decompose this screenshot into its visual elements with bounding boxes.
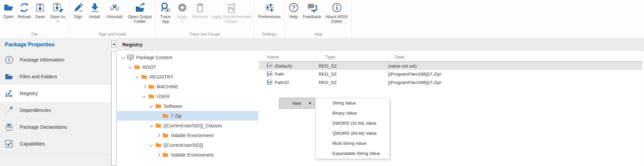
tree-item-volatile-environment[interactable]: Volatile Environment — [117, 130, 258, 140]
ribbon-group-label: Settings — [255, 32, 284, 38]
tree-item-software[interactable]: Software — [117, 101, 258, 111]
ribbon-button-save-as[interactable]: Save As — [47, 2, 68, 32]
sidebar-item-files-and-folders[interactable]: Files and Folders — [0, 68, 111, 85]
ribbon-button-label: Preferences — [258, 14, 280, 19]
chevron-down-icon[interactable] — [149, 123, 153, 127]
feedback-icon — [307, 2, 317, 14]
value-name-cell: abPath32 — [259, 80, 317, 86]
submenu-item-expandable-string-value[interactable]: Expandable String Value — [316, 149, 389, 159]
msix-editor-window: OpenReloadSaveSave AsFileSignInstallUnin… — [0, 0, 644, 166]
save-icon — [35, 2, 45, 14]
ribbon-button-about-msix-editor[interactable]: About MSIX Editor — [323, 2, 351, 32]
ribbon-button-install[interactable]: Install — [86, 2, 103, 32]
value-name-label: (Default) — [275, 64, 292, 69]
tree-item-label: 7-Zip — [171, 113, 181, 119]
submenu-item-multi-string-value[interactable]: Multi-String Value — [316, 138, 389, 149]
value-name-cell: ab(Default) — [259, 63, 317, 69]
openoutput-icon — [135, 2, 145, 14]
column-header-name[interactable]: Name — [259, 54, 317, 60]
tree-item-label: USER — [157, 94, 170, 99]
value-type-cell: REG_SZ — [317, 72, 386, 77]
tree-item-currentusersid-classes[interactable]: [{CurrentUserSID}]_Classes — [117, 121, 258, 130]
submenu-item-dword-32-bit-value[interactable]: DWORD (32-bit) Value — [316, 118, 389, 128]
chevron-down-icon[interactable] — [135, 74, 139, 78]
sidebar-scrollbar[interactable] — [111, 39, 117, 166]
column-header-type[interactable]: Type — [317, 54, 386, 60]
svg-text:ab: ab — [268, 64, 272, 67]
applyplus-icon — [177, 2, 187, 14]
scrollbar-up-button[interactable] — [111, 41, 116, 47]
tree-item-label: REGISTRY — [150, 74, 173, 80]
ribbon-button-label: Remove — [192, 14, 208, 19]
sidebar-item-dependencies[interactable]: Dependencies — [0, 102, 111, 119]
sidebar-item-capabilities[interactable]: Capabilities — [0, 135, 111, 152]
tree-item-volatile-environment[interactable]: Volatile Environment — [117, 150, 258, 160]
tree-item-user[interactable]: USER — [117, 91, 258, 101]
page-title: Registry — [117, 42, 143, 47]
ribbon-button-reload[interactable]: Reload — [16, 2, 33, 32]
tree-item-package-content[interactable]: Package Content — [117, 52, 258, 62]
table-row-path[interactable]: abPathREG_SZ[{ProgramFilesX86}]\7-Zip\ — [259, 70, 642, 78]
tree-item-machine[interactable]: MACHINE — [117, 82, 258, 91]
ribbon-group-help: ?HelpFeedbackAbout MSIX EditorHelp — [285, 0, 352, 38]
ribbon-button-feedback[interactable]: Feedback — [301, 2, 323, 32]
submenu-item-string-value[interactable]: String Value — [316, 98, 389, 108]
scrollbar-thumb[interactable] — [111, 51, 116, 166]
chevron-right-icon[interactable] — [156, 133, 160, 137]
sidebar-item-registry[interactable]: Registry — [0, 85, 111, 102]
submenu-item-binary-value[interactable]: Binary Value — [316, 108, 389, 118]
ribbon-button-label: Open — [3, 14, 14, 19]
sidebar-item-package-declarations[interactable]: Package Declarations — [0, 119, 111, 135]
submenu-item-qword-64-bit-value[interactable]: QWORD (64-bit) Value — [316, 128, 389, 138]
reg-sz-icon: ab — [267, 80, 275, 86]
folder-icon — [141, 74, 147, 79]
value-name-label: Path32 — [275, 80, 289, 85]
ribbon-button-save[interactable]: Save — [33, 2, 47, 32]
chevron-down-icon[interactable] — [149, 142, 153, 146]
registry-icon — [5, 89, 13, 98]
chevron-down-icon[interactable] — [121, 55, 125, 58]
ribbon-button-open-output-folder[interactable]: Open Output Folder — [125, 2, 154, 32]
tree-item-label: [{CurrentUserSID}]_Classes — [164, 123, 222, 128]
ribbon-group-label: File — [1, 32, 68, 38]
checkbox-icon — [5, 139, 13, 148]
chevron-right-icon[interactable] — [156, 153, 160, 157]
ribbon-button-apply: Apply — [174, 2, 190, 32]
ribbon-group-label: Trace and Fixups — [157, 32, 253, 38]
chevron-right-icon[interactable] — [142, 85, 146, 88]
table-row-path32[interactable]: abPath32REG_SZ[{ProgramFilesX86}]\7-Zip\ — [259, 78, 642, 87]
chevron-down-icon[interactable] — [128, 65, 132, 68]
sidebar-items: Package InformationFiles and FoldersRegi… — [0, 51, 111, 152]
ribbon-button-label: Install — [89, 14, 100, 19]
context-menu-item-new[interactable]: New — [279, 101, 309, 106]
ribbon-group-file: OpenReloadSaveSave AsFile — [0, 0, 69, 38]
fixups-icon — [226, 2, 236, 14]
table-row-default[interactable]: ab(Default)REG_SZ(value not set) — [259, 61, 642, 70]
sign-icon — [73, 2, 84, 14]
chevron-down-icon[interactable] — [56, 19, 59, 23]
ribbon-button-label: Save — [35, 14, 45, 19]
ribbon-button-help[interactable]: ?Help — [286, 2, 301, 32]
value-data-cell: [{ProgramFilesX86}]\7-Zip\ — [386, 80, 642, 85]
folder-icon — [162, 133, 168, 138]
table-right-border — [642, 51, 642, 166]
ribbon-button-preferences[interactable]: Preferences — [255, 2, 284, 32]
svg-text:ab: ab — [268, 81, 272, 84]
sidebar-divider — [0, 155, 111, 155]
sidebar-item-package-information[interactable]: Package Information — [0, 51, 111, 68]
tree-item-root[interactable]: ROOT — [117, 62, 258, 72]
ribbon-button-uninstall[interactable]: Uninstall — [103, 2, 125, 32]
computer-icon — [127, 54, 134, 60]
tree-item-label: MACHINE — [157, 84, 178, 89]
sidebar-item-label: Files and Folders — [20, 74, 57, 79]
chevron-down-icon[interactable] — [142, 94, 146, 97]
tree-item-7-zip[interactable]: 7-Zip — [117, 111, 258, 121]
ribbon-button-trace-app[interactable]: Trace App — [157, 2, 174, 32]
ribbon-button-open[interactable]: Open — [1, 2, 16, 32]
chevron-down-icon[interactable] — [149, 103, 153, 107]
tree-item-currentusersid[interactable]: [{CurrentUserSID}] — [117, 140, 258, 150]
ribbon-button-sign[interactable]: Sign — [70, 2, 86, 32]
folder-icon — [134, 65, 140, 70]
column-header-data[interactable]: Data — [386, 54, 642, 60]
tree-item-registry[interactable]: REGISTRY — [117, 72, 258, 82]
